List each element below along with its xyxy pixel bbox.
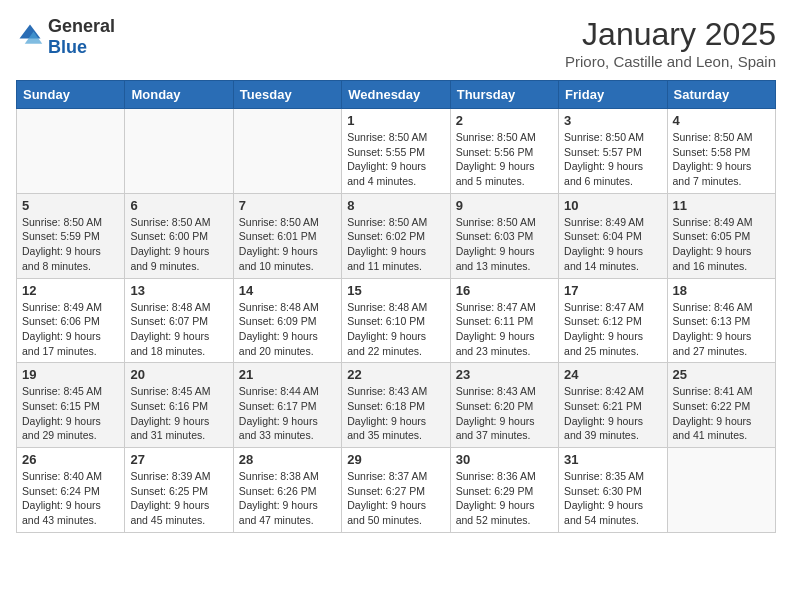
calendar-day-cell: 25Sunrise: 8:41 AMSunset: 6:22 PMDayligh… bbox=[667, 363, 775, 448]
calendar-title: January 2025 bbox=[565, 16, 776, 53]
logo: General Blue bbox=[16, 16, 115, 58]
calendar-week-row: 12Sunrise: 8:49 AMSunset: 6:06 PMDayligh… bbox=[17, 278, 776, 363]
calendar-day-cell: 29Sunrise: 8:37 AMSunset: 6:27 PMDayligh… bbox=[342, 448, 450, 533]
calendar-day-cell: 26Sunrise: 8:40 AMSunset: 6:24 PMDayligh… bbox=[17, 448, 125, 533]
day-info: Sunrise: 8:45 AMSunset: 6:15 PMDaylight:… bbox=[22, 384, 119, 443]
calendar-day-cell: 28Sunrise: 8:38 AMSunset: 6:26 PMDayligh… bbox=[233, 448, 341, 533]
calendar-day-cell: 20Sunrise: 8:45 AMSunset: 6:16 PMDayligh… bbox=[125, 363, 233, 448]
day-info: Sunrise: 8:48 AMSunset: 6:09 PMDaylight:… bbox=[239, 300, 336, 359]
calendar-week-row: 19Sunrise: 8:45 AMSunset: 6:15 PMDayligh… bbox=[17, 363, 776, 448]
calendar-week-row: 1Sunrise: 8:50 AMSunset: 5:55 PMDaylight… bbox=[17, 109, 776, 194]
day-info: Sunrise: 8:36 AMSunset: 6:29 PMDaylight:… bbox=[456, 469, 553, 528]
day-number: 9 bbox=[456, 198, 553, 213]
logo-blue: Blue bbox=[48, 37, 87, 57]
calendar-day-cell: 24Sunrise: 8:42 AMSunset: 6:21 PMDayligh… bbox=[559, 363, 667, 448]
day-number: 22 bbox=[347, 367, 444, 382]
day-info: Sunrise: 8:50 AMSunset: 5:55 PMDaylight:… bbox=[347, 130, 444, 189]
day-info: Sunrise: 8:46 AMSunset: 6:13 PMDaylight:… bbox=[673, 300, 770, 359]
day-number: 18 bbox=[673, 283, 770, 298]
calendar-day-cell: 8Sunrise: 8:50 AMSunset: 6:02 PMDaylight… bbox=[342, 193, 450, 278]
calendar-day-cell bbox=[233, 109, 341, 194]
day-info: Sunrise: 8:50 AMSunset: 5:58 PMDaylight:… bbox=[673, 130, 770, 189]
calendar-day-cell: 1Sunrise: 8:50 AMSunset: 5:55 PMDaylight… bbox=[342, 109, 450, 194]
day-number: 30 bbox=[456, 452, 553, 467]
calendar-day-cell: 22Sunrise: 8:43 AMSunset: 6:18 PMDayligh… bbox=[342, 363, 450, 448]
calendar-day-cell bbox=[667, 448, 775, 533]
calendar-day-cell: 5Sunrise: 8:50 AMSunset: 5:59 PMDaylight… bbox=[17, 193, 125, 278]
day-number: 14 bbox=[239, 283, 336, 298]
calendar-day-cell: 10Sunrise: 8:49 AMSunset: 6:04 PMDayligh… bbox=[559, 193, 667, 278]
day-number: 28 bbox=[239, 452, 336, 467]
day-info: Sunrise: 8:44 AMSunset: 6:17 PMDaylight:… bbox=[239, 384, 336, 443]
day-info: Sunrise: 8:37 AMSunset: 6:27 PMDaylight:… bbox=[347, 469, 444, 528]
day-info: Sunrise: 8:39 AMSunset: 6:25 PMDaylight:… bbox=[130, 469, 227, 528]
day-number: 1 bbox=[347, 113, 444, 128]
day-info: Sunrise: 8:41 AMSunset: 6:22 PMDaylight:… bbox=[673, 384, 770, 443]
calendar-week-row: 26Sunrise: 8:40 AMSunset: 6:24 PMDayligh… bbox=[17, 448, 776, 533]
calendar-day-cell: 17Sunrise: 8:47 AMSunset: 6:12 PMDayligh… bbox=[559, 278, 667, 363]
day-number: 13 bbox=[130, 283, 227, 298]
day-number: 5 bbox=[22, 198, 119, 213]
day-number: 10 bbox=[564, 198, 661, 213]
weekday-header: Saturday bbox=[667, 81, 775, 109]
calendar-day-cell: 31Sunrise: 8:35 AMSunset: 6:30 PMDayligh… bbox=[559, 448, 667, 533]
calendar-day-cell: 14Sunrise: 8:48 AMSunset: 6:09 PMDayligh… bbox=[233, 278, 341, 363]
day-info: Sunrise: 8:50 AMSunset: 6:01 PMDaylight:… bbox=[239, 215, 336, 274]
calendar-day-cell: 23Sunrise: 8:43 AMSunset: 6:20 PMDayligh… bbox=[450, 363, 558, 448]
day-info: Sunrise: 8:49 AMSunset: 6:05 PMDaylight:… bbox=[673, 215, 770, 274]
title-block: January 2025 Prioro, Castille and Leon, … bbox=[565, 16, 776, 70]
calendar-day-cell: 2Sunrise: 8:50 AMSunset: 5:56 PMDaylight… bbox=[450, 109, 558, 194]
calendar-day-cell: 6Sunrise: 8:50 AMSunset: 6:00 PMDaylight… bbox=[125, 193, 233, 278]
calendar-subtitle: Prioro, Castille and Leon, Spain bbox=[565, 53, 776, 70]
logo-general: General bbox=[48, 16, 115, 36]
day-info: Sunrise: 8:50 AMSunset: 5:59 PMDaylight:… bbox=[22, 215, 119, 274]
day-info: Sunrise: 8:50 AMSunset: 5:56 PMDaylight:… bbox=[456, 130, 553, 189]
day-number: 19 bbox=[22, 367, 119, 382]
calendar-day-cell: 4Sunrise: 8:50 AMSunset: 5:58 PMDaylight… bbox=[667, 109, 775, 194]
day-info: Sunrise: 8:47 AMSunset: 6:12 PMDaylight:… bbox=[564, 300, 661, 359]
calendar-week-row: 5Sunrise: 8:50 AMSunset: 5:59 PMDaylight… bbox=[17, 193, 776, 278]
day-info: Sunrise: 8:50 AMSunset: 5:57 PMDaylight:… bbox=[564, 130, 661, 189]
day-info: Sunrise: 8:40 AMSunset: 6:24 PMDaylight:… bbox=[22, 469, 119, 528]
calendar-day-cell: 15Sunrise: 8:48 AMSunset: 6:10 PMDayligh… bbox=[342, 278, 450, 363]
day-number: 2 bbox=[456, 113, 553, 128]
day-number: 3 bbox=[564, 113, 661, 128]
day-number: 29 bbox=[347, 452, 444, 467]
calendar-day-cell: 9Sunrise: 8:50 AMSunset: 6:03 PMDaylight… bbox=[450, 193, 558, 278]
day-number: 11 bbox=[673, 198, 770, 213]
day-number: 21 bbox=[239, 367, 336, 382]
day-number: 26 bbox=[22, 452, 119, 467]
calendar-day-cell: 11Sunrise: 8:49 AMSunset: 6:05 PMDayligh… bbox=[667, 193, 775, 278]
weekday-header: Tuesday bbox=[233, 81, 341, 109]
day-info: Sunrise: 8:38 AMSunset: 6:26 PMDaylight:… bbox=[239, 469, 336, 528]
day-number: 12 bbox=[22, 283, 119, 298]
day-info: Sunrise: 8:49 AMSunset: 6:06 PMDaylight:… bbox=[22, 300, 119, 359]
calendar-day-cell: 16Sunrise: 8:47 AMSunset: 6:11 PMDayligh… bbox=[450, 278, 558, 363]
calendar-day-cell: 27Sunrise: 8:39 AMSunset: 6:25 PMDayligh… bbox=[125, 448, 233, 533]
calendar-day-cell: 18Sunrise: 8:46 AMSunset: 6:13 PMDayligh… bbox=[667, 278, 775, 363]
day-info: Sunrise: 8:50 AMSunset: 6:03 PMDaylight:… bbox=[456, 215, 553, 274]
day-number: 23 bbox=[456, 367, 553, 382]
day-number: 25 bbox=[673, 367, 770, 382]
calendar-day-cell bbox=[125, 109, 233, 194]
calendar-day-cell: 3Sunrise: 8:50 AMSunset: 5:57 PMDaylight… bbox=[559, 109, 667, 194]
calendar-day-cell: 21Sunrise: 8:44 AMSunset: 6:17 PMDayligh… bbox=[233, 363, 341, 448]
calendar-day-cell: 13Sunrise: 8:48 AMSunset: 6:07 PMDayligh… bbox=[125, 278, 233, 363]
day-number: 27 bbox=[130, 452, 227, 467]
day-info: Sunrise: 8:48 AMSunset: 6:10 PMDaylight:… bbox=[347, 300, 444, 359]
day-number: 31 bbox=[564, 452, 661, 467]
day-info: Sunrise: 8:43 AMSunset: 6:18 PMDaylight:… bbox=[347, 384, 444, 443]
weekday-header: Friday bbox=[559, 81, 667, 109]
weekday-header: Thursday bbox=[450, 81, 558, 109]
day-number: 6 bbox=[130, 198, 227, 213]
weekday-header: Monday bbox=[125, 81, 233, 109]
calendar-day-cell: 12Sunrise: 8:49 AMSunset: 6:06 PMDayligh… bbox=[17, 278, 125, 363]
day-number: 7 bbox=[239, 198, 336, 213]
day-info: Sunrise: 8:43 AMSunset: 6:20 PMDaylight:… bbox=[456, 384, 553, 443]
day-info: Sunrise: 8:50 AMSunset: 6:02 PMDaylight:… bbox=[347, 215, 444, 274]
day-info: Sunrise: 8:48 AMSunset: 6:07 PMDaylight:… bbox=[130, 300, 227, 359]
day-info: Sunrise: 8:42 AMSunset: 6:21 PMDaylight:… bbox=[564, 384, 661, 443]
day-info: Sunrise: 8:45 AMSunset: 6:16 PMDaylight:… bbox=[130, 384, 227, 443]
day-number: 20 bbox=[130, 367, 227, 382]
day-info: Sunrise: 8:35 AMSunset: 6:30 PMDaylight:… bbox=[564, 469, 661, 528]
